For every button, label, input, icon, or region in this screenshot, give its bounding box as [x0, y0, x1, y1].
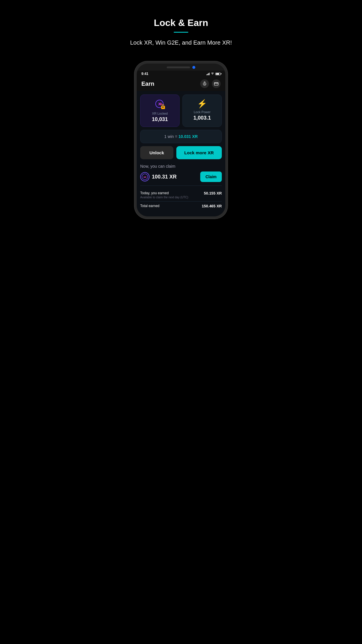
- claim-amount-wrap: X R 100.31 XR: [140, 172, 177, 181]
- svg-text:R: R: [145, 176, 146, 178]
- phone-inner: 9:41: [137, 64, 225, 216]
- lightning-icon: ⚡: [197, 99, 207, 108]
- today-earned-label-group: Today, you earned Available to claim the…: [140, 191, 188, 199]
- page-title: Lock & Earn: [126, 18, 236, 28]
- lock-more-button[interactable]: Lock more XR: [176, 146, 222, 159]
- wifi-icon: [211, 72, 214, 76]
- xr-locked-label: XR Locked: [144, 112, 176, 115]
- subtitle: Lock XR, Win G2E, and Earn More XR!: [126, 38, 236, 47]
- status-bar: 9:41: [137, 71, 225, 77]
- signal-bar-2: [207, 74, 208, 75]
- today-earned-sub: Available to claim the next day (UTC): [140, 196, 188, 199]
- phone-notch-bar: [137, 64, 225, 71]
- xr-coin-svg: X R: [141, 173, 148, 180]
- lock-power-label: Lock Power: [186, 110, 218, 114]
- app-header-title: Earn: [141, 80, 154, 87]
- wallet-icon-button[interactable]: [212, 79, 221, 88]
- title-underline: [174, 32, 188, 33]
- today-earned-value: 50.155 XR: [204, 191, 222, 195]
- signal-bars-icon: [206, 72, 210, 75]
- total-earned-value: 150.465 XR: [202, 204, 222, 208]
- action-buttons: Unlock Lock more XR: [140, 146, 222, 159]
- claim-section: Now, you can claim X R: [140, 164, 222, 213]
- svg-point-1: [204, 84, 205, 84]
- xr-coin-icon: X R: [140, 172, 150, 181]
- notch-pill: [167, 66, 190, 68]
- unlock-button[interactable]: Unlock: [140, 146, 173, 159]
- xr-locked-icon: X R: [154, 99, 166, 110]
- stats-row: X R XR Locked 10,031: [140, 94, 222, 127]
- signal-bar-4: [209, 73, 210, 75]
- signal-bar-3: [208, 73, 209, 75]
- battery-fill: [216, 73, 219, 75]
- earnings-table: Today, you earned Available to claim the…: [140, 186, 222, 211]
- lock-power-value: 1,003.1: [186, 115, 218, 121]
- today-earned-row: Today, you earned Available to claim the…: [140, 189, 222, 202]
- phone-mockup: 9:41: [121, 55, 241, 219]
- win-rate-amount: 10.031 XR: [178, 134, 198, 139]
- claim-row: X R 100.31 XR Claim: [140, 172, 222, 182]
- header-icons: [200, 79, 221, 88]
- win-rate-prefix: 1 win =: [164, 134, 179, 139]
- status-icons: [206, 72, 221, 76]
- battery-icon: [215, 73, 221, 75]
- timer-icon-button[interactable]: [200, 79, 209, 88]
- phone-outer: 9:41: [134, 61, 228, 219]
- signal-bar-1: [206, 74, 207, 75]
- claim-amount: 100.31 XR: [152, 174, 177, 180]
- svg-rect-8: [163, 107, 163, 108]
- claim-button[interactable]: Claim: [200, 172, 222, 182]
- svg-rect-2: [214, 83, 218, 85]
- header-section: Lock & Earn Lock XR, Win G2E, and Earn M…: [121, 18, 241, 55]
- status-time: 9:41: [141, 72, 148, 76]
- xr-lock-icon-container: X R: [144, 99, 176, 110]
- page-container: Lock & Earn Lock XR, Win G2E, and Earn M…: [121, 0, 241, 230]
- phone-content: X R XR Locked 10,031: [137, 91, 225, 216]
- app-header: Earn: [137, 77, 225, 91]
- total-earned-row: Total earned 150.465 XR: [140, 202, 222, 211]
- lock-power-card: ⚡ Lock Power 1,003.1: [182, 94, 222, 127]
- claim-label: Now, you can claim: [140, 164, 222, 169]
- xr-locked-card: X R XR Locked 10,031: [140, 94, 180, 127]
- win-rate-bar: 1 win = 10.031 XR: [140, 130, 222, 143]
- today-earned-label: Today, you earned: [140, 191, 188, 195]
- total-earned-label: Total earned: [140, 204, 159, 208]
- xr-locked-value: 10,031: [144, 116, 176, 123]
- lightning-icon-container: ⚡: [186, 99, 218, 108]
- notch-camera: [192, 66, 195, 69]
